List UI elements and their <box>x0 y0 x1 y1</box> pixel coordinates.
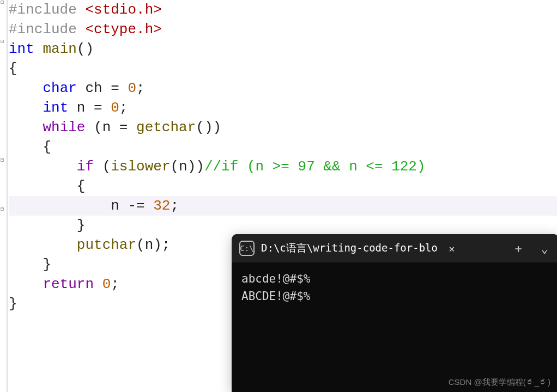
watermark: CSDN @我要学编程(ಥ_ಥ) <box>449 377 550 388</box>
code-token: (n = <box>85 119 136 136</box>
code-token: ; <box>119 100 128 116</box>
terminal-title: D:\c语言\writing-code-for-blo <box>261 241 438 255</box>
code-token: 0 <box>128 80 136 96</box>
code-token <box>9 119 43 136</box>
close-tab-button[interactable]: ✕ <box>441 243 463 254</box>
code-token: } <box>9 256 51 273</box>
code-token: #include <box>9 2 85 18</box>
code-token: 0 <box>102 276 111 292</box>
fold-toggle-icon[interactable]: ⊟ <box>1 39 6 45</box>
code-token: getchar <box>136 119 196 136</box>
code-token: () <box>77 41 94 57</box>
code-token: { <box>9 139 51 155</box>
code-line[interactable]: int n = 0; <box>9 98 557 118</box>
code-line[interactable]: { <box>9 59 557 78</box>
terminal-window[interactable]: C:\ D:\c语言\writing-code-for-blo ✕ + ⌄ ab… <box>232 234 557 392</box>
code-token: (n)) <box>170 158 204 175</box>
code-token: ()) <box>196 119 221 136</box>
code-token <box>9 276 43 292</box>
code-token: int <box>9 41 34 57</box>
code-line[interactable]: #include <stdio.h> <box>9 0 557 20</box>
code-token <box>9 80 43 96</box>
fold-toggle-icon[interactable]: ⊟ <box>1 158 6 163</box>
code-token: <ctype.h> <box>85 21 161 38</box>
fold-toggle-icon[interactable]: ⊟ <box>1 0 6 5</box>
code-token: //if (n >= 97 && n <= 122) <box>204 158 426 175</box>
terminal-line: abcde!@#$% <box>241 270 549 287</box>
code-token <box>9 158 77 175</box>
code-token: putchar <box>77 237 136 253</box>
code-token: } <box>9 296 17 312</box>
code-token: ch = <box>77 80 128 96</box>
code-token: int <box>43 100 68 116</box>
code-token: (n); <box>136 237 170 253</box>
code-line[interactable]: { <box>9 176 557 196</box>
code-token: main <box>43 41 76 57</box>
terminal-titlebar[interactable]: C:\ D:\c语言\writing-code-for-blo ✕ + ⌄ <box>232 234 557 262</box>
code-token: #include <box>9 21 85 38</box>
code-token: ( <box>94 158 111 175</box>
code-token: if <box>77 158 94 175</box>
code-token: ; <box>170 198 179 214</box>
code-line[interactable]: if (islower(n))//if (n >= 97 && n <= 122… <box>9 157 557 176</box>
code-token: return <box>43 276 94 292</box>
code-line[interactable]: } <box>9 216 557 235</box>
terminal-icon: C:\ <box>239 241 255 256</box>
code-token <box>9 100 43 116</box>
code-token: { <box>9 60 17 77</box>
code-token <box>9 237 77 253</box>
code-token: char <box>43 80 76 96</box>
code-line[interactable]: #include <ctype.h> <box>9 20 557 39</box>
code-token: } <box>9 217 85 234</box>
code-line[interactable]: { <box>9 137 557 157</box>
code-token: { <box>9 178 85 194</box>
code-token: n -= <box>9 198 153 214</box>
terminal-line: ABCDE!@#$% <box>241 287 549 305</box>
code-token: ; <box>136 80 145 96</box>
code-token: while <box>43 119 85 136</box>
code-line[interactable]: n -= 32; <box>9 196 557 216</box>
code-token: 32 <box>153 198 170 214</box>
code-line[interactable]: char ch = 0; <box>9 78 557 98</box>
code-token: ; <box>111 276 119 292</box>
fold-gutter[interactable]: ⊟⊟⊟⊟ <box>0 0 7 392</box>
tab-dropdown-button[interactable]: ⌄ <box>532 237 556 259</box>
code-line[interactable]: while (n = getchar()) <box>9 118 557 137</box>
terminal-output[interactable]: abcde!@#$%ABCDE!@#$% <box>232 262 557 313</box>
code-token <box>94 276 102 292</box>
fold-toggle-icon[interactable]: ⊟ <box>1 207 6 212</box>
code-token: islower <box>111 158 170 175</box>
code-token: <stdio.h> <box>85 2 161 18</box>
code-line[interactable]: int main() <box>9 39 557 59</box>
code-token <box>34 41 43 57</box>
new-tab-button[interactable]: + <box>506 237 530 259</box>
code-token: n = <box>68 100 111 116</box>
code-token: 0 <box>111 100 119 116</box>
